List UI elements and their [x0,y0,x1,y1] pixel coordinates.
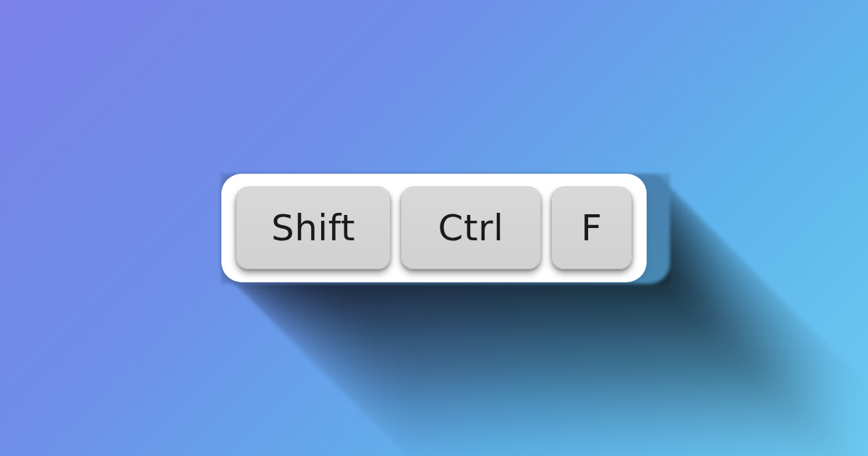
key-shift: Shift [236,187,391,269]
key-f: F [551,187,632,269]
keyboard-shortcut-graphic: Shift Ctrl F [221,174,647,282]
key-panel: Shift Ctrl F [221,174,647,282]
key-ctrl: Ctrl [401,187,541,269]
